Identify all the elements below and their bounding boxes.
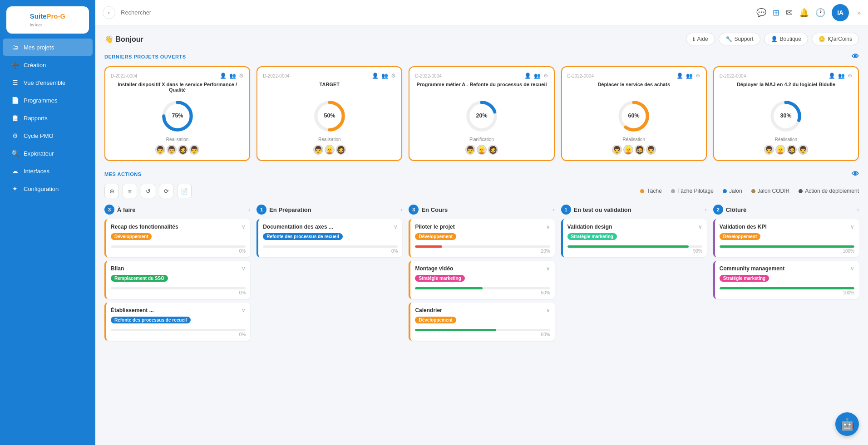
support-button[interactable]: 🔧Support xyxy=(719,33,760,45)
sidebar-item-interfaces[interactable]: ☁ Interfaces xyxy=(3,162,93,180)
sidebar-item-programmes[interactable]: 📄 Programmes xyxy=(3,92,93,109)
task-card-header: Piloter le projet ∨ xyxy=(415,224,550,230)
legend-item: Tâche xyxy=(640,188,661,194)
task-expand-icon[interactable]: ∨ xyxy=(850,265,854,272)
progress-label: Réalisation xyxy=(263,137,396,142)
progress-label: Réalisation xyxy=(111,137,244,142)
sidebar-label-cycle-pmo: Cycle PMO xyxy=(24,132,54,139)
task-card[interactable]: Calendrier ∨ Développement 60% xyxy=(409,303,554,341)
task-card[interactable]: Recap des fonctionnalités ∨ Développemen… xyxy=(104,219,250,257)
avatar: 🧔 xyxy=(787,145,797,155)
project-avatars: 👨👱🧔 xyxy=(263,145,396,155)
task-expand-icon[interactable]: ∨ xyxy=(394,224,398,230)
refresh-button[interactable]: ⟳ xyxy=(159,184,173,198)
undo-button[interactable]: ↺ xyxy=(141,184,155,198)
task-card[interactable]: Montage vidéo ∨ Stratégie marketing 50% xyxy=(409,261,554,299)
people-icon: 👥 xyxy=(838,73,845,79)
task-card[interactable]: Établissement ... ∨ Refonte des processu… xyxy=(104,303,250,341)
project-card[interactable]: D-2022-0004 👤 👥 ⚙ Installer dispositif X… xyxy=(104,66,250,161)
task-progress-label: 20% xyxy=(415,249,550,254)
mail-icon[interactable]: ✉ xyxy=(786,8,793,18)
task-expand-icon[interactable]: ∨ xyxy=(242,307,246,313)
task-expand-icon[interactable]: ∨ xyxy=(850,224,854,230)
task-card[interactable]: Validation design ∨ Stratégie marketing … xyxy=(561,219,707,257)
col-collapse-icon[interactable]: ‹ xyxy=(400,206,402,213)
task-expand-icon[interactable]: ∨ xyxy=(546,224,550,230)
search-input[interactable] xyxy=(121,9,751,16)
task-card-header: Établissement ... ∨ xyxy=(111,307,246,313)
sidebar-item-rapports[interactable]: 📋 Rapports xyxy=(3,109,93,127)
svg-text:50%: 50% xyxy=(324,112,335,119)
project-card[interactable]: D-2022-0004 👤 👥 ⚙ Déployer la MAJ en 4.2… xyxy=(713,66,859,161)
col-collapse-icon[interactable]: ‹ xyxy=(553,206,555,213)
kanban-col-header: 3 En Cours ‹ xyxy=(409,205,554,215)
col-count: 3 xyxy=(409,205,419,215)
project-card-header: D-2022-0004 👤 👥 ⚙ xyxy=(111,73,244,79)
task-card[interactable]: Piloter le projet ∨ Développement 20% xyxy=(409,219,554,257)
task-card[interactable]: Validation des KPI ∨ Développement 100% xyxy=(713,219,859,257)
task-expand-icon[interactable]: ∨ xyxy=(242,265,246,272)
sidebar-item-creation[interactable]: ➕ Création xyxy=(3,56,93,73)
project-card-header: D-2022-0004 👤 👥 ⚙ xyxy=(415,73,548,79)
task-card-header: Documentation des axes ... ∨ xyxy=(263,224,398,230)
project-card[interactable]: D-2022-0004 👤 👥 ⚙ Déplacer le service de… xyxy=(561,66,707,161)
legend-item: Jalon xyxy=(723,188,742,194)
project-card[interactable]: D-2022-0004 👤 👥 ⚙ Programme métier A - R… xyxy=(409,66,554,161)
task-expand-icon[interactable]: ∨ xyxy=(546,265,550,272)
clock-icon[interactable]: 🕐 xyxy=(815,8,825,18)
sidebar-label-programmes: Programmes xyxy=(24,97,57,104)
sidebar-icon-programmes: 📄 xyxy=(11,97,19,104)
task-expand-icon[interactable]: ∨ xyxy=(546,307,550,313)
sidebar-item-explorateur[interactable]: 🔍 Explorateur xyxy=(3,145,93,162)
sidebar-item-mes-projets[interactable]: 🗂 Mes projets xyxy=(3,39,93,56)
task-expand-icon[interactable]: ∨ xyxy=(242,224,246,230)
iqarcoins-icon: 🪙 xyxy=(819,36,825,42)
grid-icon[interactable]: ⊞ xyxy=(773,8,779,18)
task-card[interactable]: Community management ∨ Stratégie marketi… xyxy=(713,261,859,299)
task-card[interactable]: Documentation des axes ... ∨ Refonte des… xyxy=(256,219,402,257)
col-collapse-icon[interactable]: ‹ xyxy=(705,206,707,213)
kanban-col-header: 1 En Préparation ‹ xyxy=(256,205,402,215)
user-avatar[interactable]: IA xyxy=(832,4,849,21)
chat-icon[interactable]: 💬 xyxy=(756,8,766,18)
avatar: 👱 xyxy=(477,145,487,155)
projets-eye-icon[interactable]: 👁 xyxy=(852,53,859,61)
collapse-button[interactable]: » xyxy=(857,9,861,16)
avatar: 👨 xyxy=(612,145,622,155)
filter-add-button[interactable]: ⊕ xyxy=(104,184,119,198)
project-id: D-2022-0004 xyxy=(263,73,289,78)
boutique-label: Boutique xyxy=(780,36,801,42)
sidebar-item-configuration[interactable]: ✦ Configuration xyxy=(3,180,93,197)
aide-button[interactable]: ℹAide xyxy=(686,33,715,45)
svg-text:75%: 75% xyxy=(172,112,183,119)
list-view-button[interactable]: ≡ xyxy=(123,184,137,198)
task-expand-icon[interactable]: ∨ xyxy=(698,224,702,230)
back-button[interactable]: ‹ xyxy=(103,6,115,19)
legend-label: Tâche Pilotage xyxy=(677,188,714,194)
project-card[interactable]: D-2022-0004 👤 👥 ⚙ TARGET 50% Réalisation… xyxy=(256,66,402,161)
task-tag: Développement xyxy=(111,233,152,240)
person-icon: 👤 xyxy=(372,73,379,79)
actions-eye-icon[interactable]: 👁 xyxy=(852,170,859,178)
kanban-col-cloture: 2 Clôturé ‹ Validation des KPI ∨ Dévelop… xyxy=(713,205,859,344)
sidebar-item-cycle-pmo[interactable]: ⚙ Cycle PMO xyxy=(3,127,93,144)
project-card-header: D-2022-0004 👤 👥 ⚙ xyxy=(720,73,853,79)
project-card-header: D-2022-0004 👤 👥 ⚙ xyxy=(567,73,700,79)
col-collapse-icon[interactable]: ‹ xyxy=(248,206,250,213)
export-button[interactable]: 📄 xyxy=(177,184,192,198)
task-tag: Stratégie marketing xyxy=(415,275,464,282)
bell-icon[interactable]: 🔔 xyxy=(799,8,809,18)
col-collapse-icon[interactable]: ‹ xyxy=(857,206,859,213)
chatbot-fab[interactable]: 🤖 xyxy=(835,412,859,436)
iqarcoins-button[interactable]: 🪙IQarCoins xyxy=(812,33,859,45)
projets-title: DERNIERS PROJETS OUVERTS xyxy=(104,54,186,59)
boutique-button[interactable]: 👤Boutique xyxy=(764,33,808,45)
logo-text: SuitePro-Gby iqar xyxy=(30,12,65,28)
col-title: Clôturé xyxy=(726,206,854,213)
task-card[interactable]: Bilan ∨ Remplacement du SSO 0% xyxy=(104,261,250,299)
task-progress-bar xyxy=(111,329,246,331)
legend-label: Jalon xyxy=(729,188,742,194)
project-title: Déployer la MAJ en 4.2 du logiciel Bidul… xyxy=(720,82,853,94)
sidebar-item-vue-ensemble[interactable]: ☰ Vue d'ensemble xyxy=(3,74,93,91)
main-area: ‹ 💬 ⊞ ✉ 🔔 🕐 IA » 👋 Bonjour ℹAide🔧Support… xyxy=(95,0,868,445)
